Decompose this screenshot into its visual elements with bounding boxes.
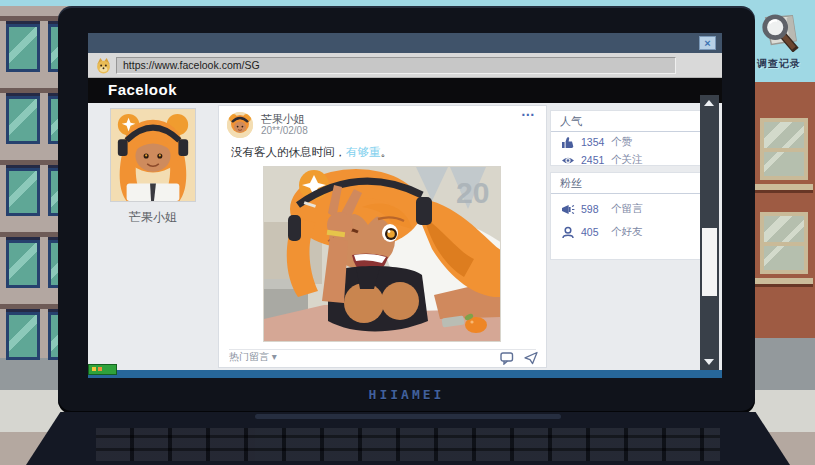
share-icon[interactable]	[524, 351, 538, 365]
investigate-record-button[interactable]: 调查记录	[744, 12, 814, 71]
eye-icon	[561, 154, 575, 167]
site-header: Facelook	[88, 78, 722, 103]
comments-label: 个留言	[611, 202, 643, 216]
scroll-up-icon[interactable]	[704, 100, 714, 106]
game-scene: HIIAMEI × https://www.facelook.com/SG Fa…	[0, 0, 815, 465]
person-icon	[561, 226, 575, 239]
site-logo: Facelook	[108, 81, 177, 98]
taskbar	[88, 370, 722, 378]
browser-window: × https://www.facelook.com/SG Facelook	[88, 33, 722, 378]
chevron-down-icon: ▾	[272, 351, 277, 362]
post-image[interactable]: 20	[263, 166, 501, 342]
status-indicator	[88, 364, 117, 375]
post-text: 没有客人的休息时间，有够重。	[231, 145, 392, 160]
laptop-base	[26, 412, 790, 465]
friends-label: 个好友	[611, 225, 643, 239]
comment-sort-dropdown[interactable]: 热门留言 ▾	[229, 350, 277, 364]
likes-stat: 1354 个赞	[551, 133, 701, 151]
browser-urlbar: https://www.facelook.com/SG	[88, 53, 722, 78]
likes-label: 个赞	[611, 135, 632, 149]
investigate-record-label: 调查记录	[744, 57, 814, 71]
post-text-link[interactable]: 有够重	[346, 146, 381, 158]
comments-count: 598	[581, 203, 605, 215]
url-field[interactable]: https://www.facelook.com/SG	[116, 57, 676, 74]
follows-label: 个关注	[611, 153, 643, 167]
friends-stat: 405 个好友	[551, 218, 701, 241]
scroll-down-icon[interactable]	[704, 359, 714, 365]
megaphone-icon	[561, 203, 575, 216]
post-card: 芒果小姐 20**/02/08 ⋯ 没有客人的休息时间，有够重。 20	[218, 105, 547, 368]
post-avatar[interactable]	[227, 112, 253, 138]
friends-count: 405	[581, 226, 605, 238]
comment-sort-label: 热门留言	[229, 351, 269, 362]
close-button[interactable]: ×	[699, 36, 716, 50]
laptop-keyboard	[96, 428, 720, 461]
follows-count: 2451	[581, 154, 605, 166]
comment-icon[interactable]	[500, 351, 514, 365]
comments-stat: 598 个留言	[551, 195, 701, 218]
post-text-plain: 没有客人的休息时间，	[231, 146, 346, 158]
profile-column: 芒果小姐	[88, 103, 218, 370]
popularity-title: 人气	[551, 111, 701, 132]
profile-picture[interactable]	[110, 108, 196, 202]
post-text-suffix: 。	[381, 146, 393, 158]
building-window	[760, 212, 808, 274]
facelook-page: 芒果小姐 芒果小姐 20**/02/08 ⋯ 没有客人的休息时间，有够重。	[88, 103, 722, 370]
profile-name: 芒果小姐	[88, 209, 218, 226]
window-sill	[755, 184, 813, 190]
laptop-brand: HIIAMEI	[58, 387, 755, 402]
building-window	[760, 118, 808, 180]
window-sill	[755, 278, 813, 284]
browser-titlebar	[88, 33, 722, 53]
scrollbar-thumb[interactable]	[702, 228, 717, 296]
thumbs-up-icon	[561, 136, 575, 149]
svg-text:20: 20	[456, 176, 489, 209]
fans-card: 粉丝 598 个留言	[550, 172, 702, 260]
follows-stat: 2451 个关注	[551, 151, 701, 169]
popularity-card: 人气 1354 个赞	[550, 110, 702, 166]
post-date: 20**/02/08	[261, 125, 308, 136]
likes-count: 1354	[581, 136, 605, 148]
doge-favicon-icon	[95, 57, 112, 74]
post-menu-icon[interactable]: ⋯	[521, 106, 536, 122]
scrollbar[interactable]	[700, 95, 719, 370]
fans-title: 粉丝	[551, 173, 701, 194]
magnifier-notepad-icon	[755, 12, 803, 52]
